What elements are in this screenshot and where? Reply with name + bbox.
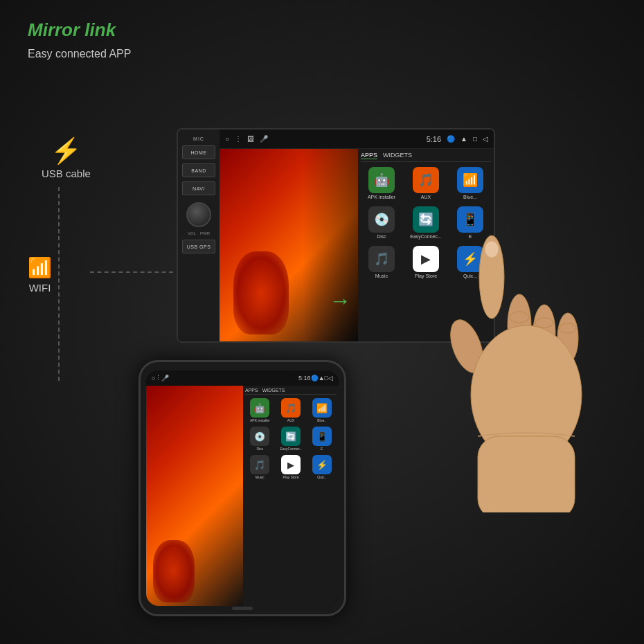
hand-illustration: [436, 235, 630, 512]
phone-icon-music: 🎵: [250, 455, 269, 474]
app-item-apk[interactable]: 🤖 APK installer: [361, 165, 402, 202]
volume-knob[interactable]: [186, 202, 211, 227]
phone-apps-tabs: APPS WIDGETS: [245, 388, 337, 395]
phone-icon-blue: 📶: [312, 398, 332, 418]
app-item-blue[interactable]: 📶 Blue...: [449, 165, 491, 202]
car-circle-icon: ○: [225, 135, 229, 143]
phone-app-music[interactable]: 🎵 Music: [245, 454, 275, 481]
phone-apps-panel: APPS WIDGETS 🤖 APK installer 🎵 AUX: [243, 386, 339, 606]
svg-point-8: [535, 318, 553, 328]
page-title: Mirror link: [28, 19, 131, 41]
phone-icon-disc: 💿: [250, 427, 269, 446]
phone-device: ○ ⋮ 🎤 5:16 🔵 ▲ □ ◁ APPS WIDGETS: [138, 360, 346, 616]
car-status-bar: ○ ⋮ 🖼 🎤 5:16 🔵 ▲ □ ◁: [220, 129, 494, 149]
phone-screen-main: APPS WIDGETS 🤖 APK installer 🎵 AUX: [146, 386, 339, 606]
title-section: Mirror link Easy connected APP: [28, 19, 131, 60]
phone-side-button[interactable]: [138, 418, 140, 438]
app-icon-aux: 🎵: [413, 167, 439, 193]
car-up-icon: ▲: [460, 135, 467, 143]
phone-home-indicator: [232, 607, 253, 610]
svg-point-10: [485, 241, 499, 258]
car-bluetooth-icon: 🔵: [447, 135, 455, 143]
vol-pwr-labels: VOLPWR: [188, 231, 210, 235]
phone-status-bar: ○ ⋮ 🎤 5:16 🔵 ▲ □ ◁: [146, 370, 339, 386]
app-item-disc[interactable]: 💿 Disc: [361, 204, 402, 241]
app-icon-easyconnect: 🔄: [413, 206, 439, 233]
car-video-figure: [233, 251, 289, 334]
phone-label-easyconnect: EasyConnec..: [280, 447, 301, 451]
phone-video-area: [146, 386, 243, 606]
phone-label-e: E: [321, 447, 323, 451]
phone-app-quick[interactable]: ⚡ Quic..: [307, 454, 337, 481]
band-button[interactable]: BAND: [182, 163, 215, 177]
phone-apps-grid: 🤖 APK installer 🎵 AUX 📶 Blue.. 💿: [245, 397, 337, 481]
phone-mic-icon: 🎤: [161, 375, 169, 382]
car-widgets-tab[interactable]: WIDGETS: [383, 152, 412, 159]
usb-section: ⚡ USB cable: [42, 138, 91, 179]
car-video-area: →: [220, 149, 358, 341]
phone-icon-e: 📱: [312, 427, 332, 446]
app-label-aux: AUX: [421, 195, 431, 199]
car-unit-left-panel: MIC HOME BAND NAVI VOLPWR USB GPS: [178, 129, 220, 341]
app-label-playstore: Play Store: [415, 274, 437, 278]
car-apps-tab[interactable]: APPS: [361, 152, 377, 159]
phone-bluetooth-icon: 🔵: [311, 375, 319, 382]
wifi-label: WIFI: [29, 282, 51, 294]
car-back-icon: ◁: [483, 135, 488, 143]
phone-icon-easyconnect: 🔄: [281, 427, 301, 446]
phone-label-playstore: Play Store: [283, 475, 298, 479]
app-icon-disc: 💿: [368, 206, 395, 233]
car-square-icon: □: [473, 135, 477, 143]
wifi-icon: 📶: [28, 256, 52, 279]
phone-icon-playstore: ▶: [281, 455, 301, 474]
phone-app-blue[interactable]: 📶 Blue..: [307, 397, 337, 424]
phone-label-apk: APK installer: [250, 418, 270, 422]
app-label-disc: Disc: [377, 234, 386, 239]
mic-label: MIC: [193, 136, 204, 141]
main-content: Mirror link Easy connected APP ⚡ USB cab…: [0, 0, 644, 644]
app-item-aux[interactable]: 🎵 AUX: [405, 165, 447, 202]
phone-app-apk[interactable]: 🤖 APK installer: [245, 397, 275, 424]
phone-widgets-tab[interactable]: WIDGETS: [262, 388, 285, 393]
car-time: 5:16: [427, 135, 441, 143]
phone-icon-quick: ⚡: [312, 455, 332, 474]
app-icon-blue: 📶: [457, 167, 483, 193]
phone-menu-icon: ⋮: [155, 375, 161, 382]
home-button[interactable]: HOME: [182, 145, 215, 159]
app-label-apk: APK installer: [368, 195, 395, 199]
phone-app-easyconnect[interactable]: 🔄 EasyConnec..: [276, 425, 306, 452]
phone-app-aux[interactable]: 🎵 AUX: [276, 397, 306, 424]
phone-back-icon: ◁: [328, 375, 333, 382]
svg-rect-6: [478, 436, 575, 512]
svg-point-7: [510, 312, 529, 323]
phone-screen: ○ ⋮ 🎤 5:16 🔵 ▲ □ ◁ APPS WIDGETS: [146, 370, 339, 606]
phone-time: 5:16: [298, 375, 311, 382]
phone-apps-tab[interactable]: APPS: [245, 388, 258, 393]
app-item-music[interactable]: 🎵 Music: [361, 244, 402, 280]
app-icon-playstore: ▶: [413, 246, 439, 272]
page-subtitle: Easy connected APP: [28, 48, 131, 60]
navi-button[interactable]: NAVI: [182, 181, 215, 195]
phone-icon-aux: 🎵: [281, 398, 301, 418]
app-label-blue: Blue...: [463, 195, 477, 199]
phone-label-disc: Disc: [256, 447, 263, 451]
car-screen-arrow: →: [329, 288, 351, 314]
phone-icon-apk: 🤖: [250, 398, 269, 418]
car-apps-tabs: APPS WIDGETS: [361, 152, 491, 162]
usb-label: USB cable: [42, 168, 91, 179]
usb-gps-button[interactable]: USB GPS: [182, 240, 215, 253]
app-icon-apk: 🤖: [368, 167, 395, 193]
phone-app-e[interactable]: 📱 E: [307, 425, 337, 452]
wifi-section: 📶 WIFI: [28, 256, 52, 294]
app-label-music: Music: [375, 274, 388, 278]
horizontal-connector: [90, 271, 173, 273]
vertical-connector: [58, 187, 60, 381]
phone-label-blue: Blue..: [317, 418, 326, 422]
app-icon-music: 🎵: [368, 246, 395, 272]
phone-up-icon: ▲: [319, 375, 325, 382]
phone-app-playstore[interactable]: ▶ Play Store: [276, 454, 306, 481]
usb-icon: ⚡: [51, 138, 82, 163]
phone-app-disc[interactable]: 💿 Disc: [245, 425, 275, 452]
svg-point-9: [560, 323, 576, 333]
car-menu-icon: ⋮: [235, 135, 242, 143]
